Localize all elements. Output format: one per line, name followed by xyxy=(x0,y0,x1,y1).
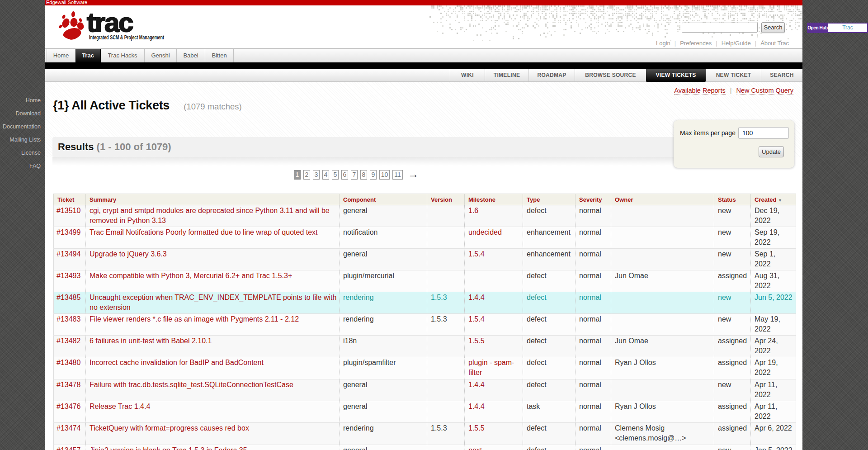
svg-text:Integrated SCM & Project Manag: Integrated SCM & Project Management xyxy=(89,34,164,41)
